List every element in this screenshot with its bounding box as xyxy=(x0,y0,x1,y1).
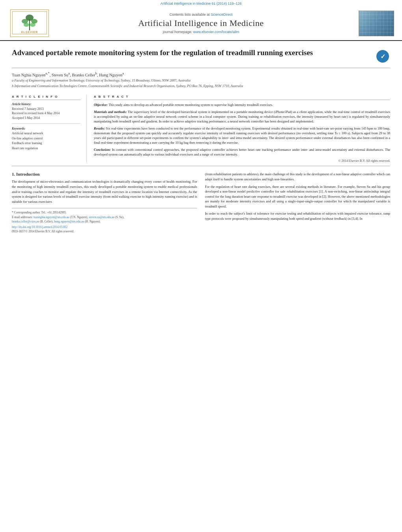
copyright-line: © 2014 Elsevier B.V. All rights reserved… xyxy=(94,159,390,163)
author-hung: , Hung Nguyen xyxy=(97,73,122,77)
conclusion-text: In contrast with conventional control ap… xyxy=(94,148,390,156)
footnote-area: * Corresponding author. Tel.: +61 295142… xyxy=(12,208,197,234)
thumbnail-image xyxy=(359,11,394,36)
footnotes: * Corresponding author. Tel.: +61 295142… xyxy=(12,208,197,234)
body-section: 1. Introduction The development of micro… xyxy=(12,166,390,234)
author-tuan: Tuan Nghia Nguyen xyxy=(12,73,45,77)
separator-1 xyxy=(12,123,81,124)
objective-label: Objective: xyxy=(94,103,108,107)
section-1-title: 1. Introduction xyxy=(12,172,197,176)
body-left-col: 1. Introduction The development of micro… xyxy=(12,172,197,234)
accepted-date: Accepted 5 May 2014 xyxy=(12,116,81,120)
email-1: tuannghia.nguyen@uts.edu.au xyxy=(34,215,69,219)
author-branko: , Branko Celler xyxy=(70,73,95,77)
article-info-header: A R T I C L E I N F O xyxy=(12,95,81,100)
crossmark-icon: ✓ xyxy=(376,50,389,63)
svg-point-5 xyxy=(24,23,29,27)
body-right-col: (from rehabilitation patients to athlete… xyxy=(205,172,390,234)
keywords-label: Keywords: xyxy=(12,127,81,130)
author-hung-super: a xyxy=(123,71,124,75)
email-addresses-2: branka.celler@csiro.au (B. Celler), hung… xyxy=(12,219,197,224)
email-4: hung.nguyen@uts.edu.au xyxy=(54,220,84,223)
svg-text:ELSEVIER: ELSEVIER xyxy=(21,31,38,33)
affiliation-a: a Faculty of Engineering and Information… xyxy=(12,78,390,83)
doi-line: http://dx.doi.org/10.1016/j.artmed.2014.… xyxy=(12,225,197,229)
crossmark-badge: ✓ xyxy=(376,50,390,64)
objective-text: This study aims to develop an advanced p… xyxy=(108,103,273,107)
keyword-4: Heart rate regulation xyxy=(12,146,81,151)
contents-line: Contents lists available at ScienceDirec… xyxy=(55,13,347,17)
results-label: Results: xyxy=(94,126,105,130)
history-label: Article history: xyxy=(12,102,81,106)
methods-text: The supervisory level of the developed h… xyxy=(94,110,390,124)
journal-reference-bar: Artificial Intelligence in Medicine 61 (… xyxy=(0,0,402,6)
keyword-2: On-line adaptive control xyxy=(12,136,81,141)
abstract-conclusion: Conclusion: In contrast with conventiona… xyxy=(94,147,390,157)
elsevier-logo-svg: ELSEVIER xyxy=(12,11,47,34)
section-number: 1. xyxy=(12,172,15,176)
journal-thumbnail xyxy=(359,11,394,36)
main-content: Advanced portable remote monitoring syst… xyxy=(0,41,402,234)
publisher-logo-area: ELSEVIER xyxy=(8,9,51,37)
email-3: branka.celler@csiro.au xyxy=(12,220,39,223)
elsevier-logo: ELSEVIER xyxy=(10,9,49,37)
intro-para-4: In order to reach the subject's limit of… xyxy=(205,211,390,221)
article-info-col: A R T I C L E I N F O Article history: R… xyxy=(12,95,87,163)
intro-para-3: For the regulation of heart rate during … xyxy=(205,184,390,209)
intro-para-2: (from rehabilitation patients to athlete… xyxy=(205,172,390,182)
journal-header: ELSEVIER Contents lists available at Sci… xyxy=(0,6,402,41)
keyword-1: Artificial neural network xyxy=(12,131,81,136)
abstract-col: A B S T R A C T Objective: This study ai… xyxy=(94,95,390,163)
journal-thumbnail-area xyxy=(351,11,394,36)
authors-section: Tuan Nghia Nguyena,*, Steven Sua, Branko… xyxy=(12,68,390,90)
article-info-abstract-section: A R T I C L E I N F O Article history: R… xyxy=(12,90,390,166)
keywords-list: Artificial neural network On-line adapti… xyxy=(12,131,81,151)
keywords-section: Keywords: Artificial neural network On-l… xyxy=(12,127,81,151)
abstract-results: Results: Six real-time experiments have … xyxy=(94,126,390,145)
abstract-header: A B S T R A C T xyxy=(94,95,390,100)
methods-label: Materials and methods: xyxy=(94,110,127,114)
author-tuan-super: a,* xyxy=(45,71,49,75)
article-title: Advanced portable remote monitoring syst… xyxy=(12,48,370,58)
affiliation-b: b Information and Communication Technolo… xyxy=(12,84,390,89)
abstract-methods: Materials and methods: The supervisory l… xyxy=(94,109,390,124)
issn-line: 0933-3657/© 2014 Elsevier B.V. All right… xyxy=(12,229,197,234)
email-addresses: E-mail addresses: tuannghia.nguyen@uts.e… xyxy=(12,215,197,219)
email-2: steven.su@uts.edu.au xyxy=(89,215,114,219)
results-text: Six real-time experiments have been cond… xyxy=(94,126,390,145)
conclusion-label: Conclusion: xyxy=(94,148,111,152)
article-title-section: Advanced portable remote monitoring syst… xyxy=(12,41,390,68)
keyword-3: Feedback error learning xyxy=(12,141,81,146)
homepage-line: journal homepage: www.elsevier.com/locat… xyxy=(55,30,347,34)
article-history: Article history: Received 7 January 2013… xyxy=(12,102,81,120)
section-title-text: Introduction xyxy=(16,172,40,176)
body-two-col: 1. Introduction The development of micro… xyxy=(12,172,390,234)
abstract-objective: Objective: This study aims to develop an… xyxy=(94,102,390,107)
author-steven: , Steven Su xyxy=(50,73,69,77)
corresponding-author: * Corresponding author. Tel.: +61 295142… xyxy=(12,210,197,215)
intro-para-1: The development of micro-electronics and… xyxy=(12,179,197,204)
journal-title: Artificial Intelligence in Medicine xyxy=(55,18,347,28)
journal-reference: Artificial Intelligence in Medicine 61 (… xyxy=(160,2,242,6)
authors-line: Tuan Nghia Nguyena,*, Steven Sua, Branko… xyxy=(12,71,390,77)
svg-point-6 xyxy=(30,23,35,27)
journal-title-area: Contents lists available at ScienceDirec… xyxy=(51,13,351,34)
revised-date: Received in revised form 4 May 2014 xyxy=(12,111,81,115)
received-date: Received 7 January 2013 xyxy=(12,107,81,111)
